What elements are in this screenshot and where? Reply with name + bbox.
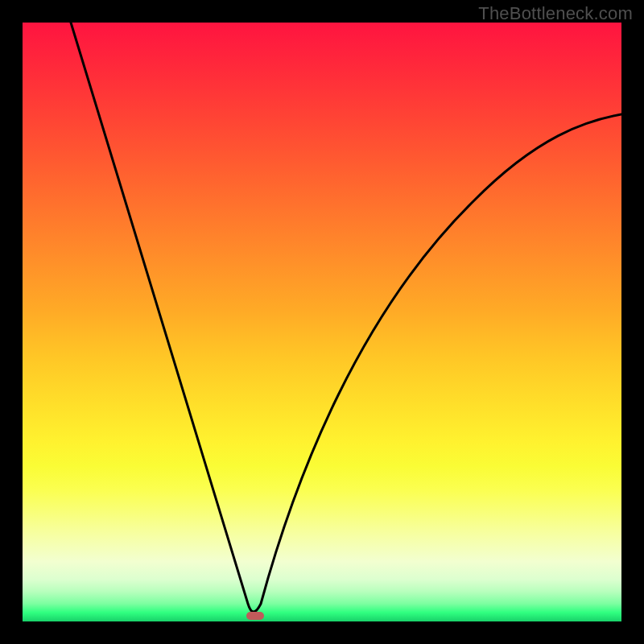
chart-container: TheBottleneck.com	[0, 0, 644, 644]
bottleneck-curve	[71, 23, 621, 612]
curve-layer	[23, 23, 621, 621]
plot-area	[23, 23, 621, 621]
optimal-point-marker	[246, 612, 264, 620]
watermark-text: TheBottleneck.com	[478, 3, 633, 24]
